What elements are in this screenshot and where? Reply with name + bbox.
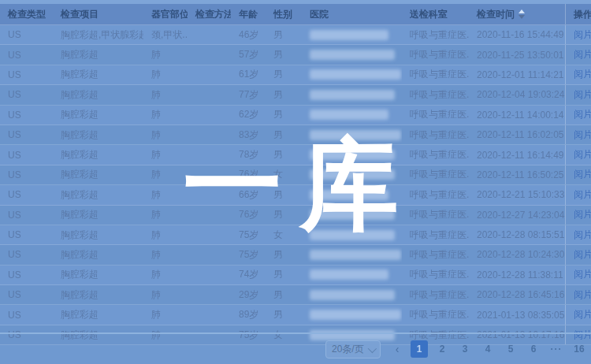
cell-department: 呼吸与重症医...: [402, 206, 469, 225]
view-image-link[interactable]: 阅片: [574, 188, 591, 202]
cell-organ-part: 肺: [143, 125, 188, 144]
prev-page-button[interactable]: ‹: [391, 340, 403, 358]
table-row: US 胸腔彩超 肺 61岁 男 呼吸与重症医... 2020-12-01 11:…: [0, 65, 591, 85]
cell-organ-part: 肺: [143, 225, 188, 244]
page-button-6[interactable]: 6: [525, 340, 542, 358]
col-header-organ-part: 器官部位: [143, 4, 188, 24]
col-header-department: 送检科室: [402, 4, 469, 24]
cell-exam-method: [188, 206, 231, 225]
cell-organ-part: 肺: [143, 285, 188, 304]
table-row: US 胸腔彩超 肺 75岁 男 呼吸与重症医... 2020-12-28 10:…: [0, 245, 591, 265]
cell-exam-method: [188, 85, 231, 104]
cell-exam-type: US: [0, 245, 53, 264]
table-row: US 胸腔彩超 肺 29岁 男 呼吸与重症医... 2020-12-28 16:…: [0, 285, 591, 305]
cell-exam-item: 胸腔彩超: [53, 225, 143, 244]
hospital-redacted-block: [310, 110, 388, 120]
view-image-link[interactable]: 阅片: [574, 268, 591, 281]
sort-ascending-icon[interactable]: [519, 9, 525, 13]
page-button-2[interactable]: 2: [433, 340, 451, 358]
cell-gender: 男: [266, 145, 302, 164]
page-button-5[interactable]: 5: [502, 340, 519, 358]
cell-action: 阅片: [565, 45, 591, 64]
cell-exam-type: US: [0, 305, 53, 324]
sort-carets-icon[interactable]: [519, 9, 525, 19]
view-image-link[interactable]: 阅片: [574, 248, 591, 262]
view-image-link[interactable]: 阅片: [574, 148, 591, 162]
cell-department: 呼吸与重症医...: [402, 245, 469, 264]
cell-gender: 男: [266, 206, 302, 225]
view-image-link[interactable]: 阅片: [574, 48, 591, 61]
cell-organ-part: 肺: [143, 65, 188, 84]
hospital-redacted-block: [310, 310, 401, 320]
table-row: US 胸腔彩超 肺 78岁 男 呼吸与重症医... 2020-12-11 16:…: [0, 145, 591, 165]
table-header-row: 检查类型 检查项目 器官部位 检查方法 年龄 性别 医院 送检科室 检查时间 操…: [0, 4, 591, 25]
view-image-link[interactable]: 阅片: [574, 28, 591, 42]
view-image-link[interactable]: 阅片: [574, 108, 591, 121]
cell-organ-part: 肺: [143, 245, 188, 264]
cell-department: 呼吸与重症医...: [402, 125, 469, 144]
sort-descending-icon[interactable]: [519, 15, 525, 19]
cell-exam-type: US: [0, 25, 53, 44]
cell-action: 阅片: [565, 245, 591, 264]
cell-exam-item: 胸腔彩超: [53, 125, 143, 144]
view-image-link[interactable]: 阅片: [574, 168, 591, 181]
cell-department: 呼吸与重症医...: [402, 25, 469, 44]
cell-exam-method: [188, 45, 231, 64]
cell-exam-type: US: [0, 225, 53, 244]
cell-department: 呼吸与重症医...: [402, 185, 469, 204]
page-size-select[interactable]: 20条/页: [325, 340, 381, 358]
cell-hospital: [302, 25, 402, 44]
cell-gender: 男: [266, 45, 302, 64]
cell-age: 77岁: [231, 85, 266, 104]
cell-exam-method: [188, 165, 231, 184]
cell-exam-item: 胸腔彩超: [53, 285, 143, 304]
col-header-exam-time[interactable]: 检查时间: [469, 4, 565, 24]
cell-exam-time: 2020-11-16 15:44:49: [469, 25, 565, 44]
page-button-16[interactable]: 16: [571, 340, 588, 358]
cell-organ-part: 肺: [143, 266, 188, 284]
hospital-redacted-block: [310, 130, 401, 140]
cell-department: 呼吸与重症医...: [402, 305, 469, 324]
cell-gender: 男: [266, 285, 302, 304]
cell-action: 阅片: [565, 85, 591, 104]
table-row: US 胸腔彩超 肺 77岁 男 呼吸与重症医... 2020-12-04 19:…: [0, 85, 591, 105]
cell-organ-part: 肺: [143, 106, 188, 124]
cell-age: 89岁: [231, 305, 266, 324]
cell-exam-type: US: [0, 206, 53, 225]
cell-department: 呼吸与重症医...: [402, 285, 469, 304]
hospital-redacted-block: [310, 290, 395, 300]
cell-action: 阅片: [565, 185, 591, 204]
cell-exam-time: 2020-12-28 11:38:11: [469, 266, 565, 284]
cell-exam-time: 2020-12-28 16:45:16: [469, 285, 565, 304]
table-row: US 胸腔彩超 肺 89岁 男 呼吸与重症医... 2021-01-13 08:…: [0, 305, 591, 325]
cell-hospital: [302, 85, 402, 104]
cell-organ-part: 肺: [143, 145, 188, 164]
cell-exam-time: 2020-12-28 08:15:51: [469, 225, 565, 244]
hospital-redacted-block: [310, 230, 395, 240]
view-image-link[interactable]: 阅片: [574, 128, 591, 142]
cell-gender: 男: [266, 305, 302, 324]
cell-hospital: [302, 185, 402, 204]
cell-exam-time: 2020-11-25 13:50:01: [469, 45, 565, 64]
page-button-3[interactable]: 3: [456, 340, 474, 358]
cell-gender: 男: [266, 85, 302, 104]
cell-action: 阅片: [565, 305, 591, 324]
page-button-1[interactable]: 1: [411, 340, 428, 358]
page-ellipsis-button[interactable]: ···: [548, 340, 565, 358]
table-row: US 胸腔彩超 肺 66岁 男 呼吸与重症医... 2020-12-21 15:…: [0, 185, 591, 205]
view-image-link[interactable]: 阅片: [574, 88, 591, 102]
view-image-link[interactable]: 阅片: [574, 208, 591, 221]
cell-gender: 男: [266, 266, 302, 284]
view-image-link[interactable]: 阅片: [574, 288, 591, 302]
cell-organ-part: 肺: [143, 45, 188, 64]
cell-gender: 男: [266, 185, 302, 204]
cell-organ-part: 颈,甲状...: [143, 25, 188, 44]
page-button-4[interactable]: 4: [479, 340, 496, 358]
cell-exam-item: 胸腔彩超: [53, 305, 143, 324]
cell-exam-item: 胸腔彩超: [53, 85, 143, 104]
view-image-link[interactable]: 阅片: [574, 228, 591, 242]
view-image-link[interactable]: 阅片: [574, 308, 591, 321]
cell-exam-item: 胸腔彩超: [53, 266, 143, 284]
cell-exam-type: US: [0, 266, 53, 284]
view-image-link[interactable]: 阅片: [574, 68, 591, 81]
